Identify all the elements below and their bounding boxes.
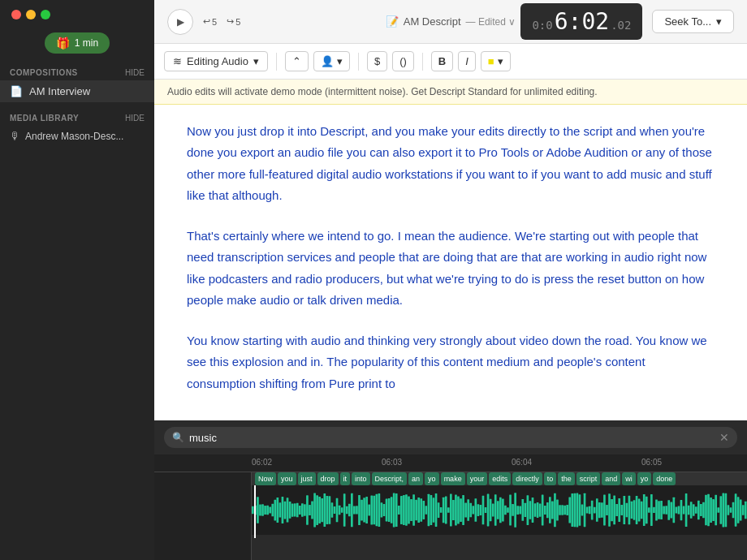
svg-rect-147	[613, 496, 615, 525]
svg-rect-85	[460, 498, 462, 522]
svg-rect-74	[433, 498, 435, 522]
dollar-icon: $	[374, 55, 380, 67]
search-clear-icon[interactable]: ✕	[719, 431, 729, 444]
svg-rect-114	[532, 498, 534, 523]
svg-rect-102	[502, 499, 504, 522]
paren-button[interactable]: ()	[392, 51, 414, 71]
svg-rect-86	[462, 495, 464, 525]
timeline-ruler: 06:02 06:03 06:04 06:05 06:06	[154, 454, 747, 472]
svg-rect-94	[482, 496, 485, 525]
media-hide[interactable]: HIDE	[125, 114, 145, 123]
ruler-marker-3: 06:04	[512, 458, 532, 467]
svg-rect-123	[554, 493, 556, 528]
svg-rect-20	[299, 506, 301, 515]
seek-chevron-icon: ▾	[716, 15, 722, 28]
svg-rect-99	[494, 494, 497, 525]
svg-rect-175	[683, 506, 685, 515]
word-track: NowyoujustdropitintoDescript,anyomakeyou…	[252, 472, 747, 485]
svg-rect-110	[521, 499, 524, 521]
seek-label: Seek To...	[664, 15, 711, 28]
svg-rect-172	[676, 506, 678, 513]
svg-rect-51	[376, 494, 378, 527]
dollar-button[interactable]: $	[367, 51, 387, 71]
svg-rect-91	[475, 498, 477, 522]
svg-rect-187	[712, 499, 715, 521]
svg-rect-149	[618, 498, 620, 522]
toolbar: ≋ Editing Audio ▾ ⌃ 👤 ▾ $ () B I ■ ▾	[154, 44, 747, 80]
search-icon: 🔍	[172, 432, 184, 443]
svg-rect-124	[556, 500, 559, 521]
play-button[interactable]: ▶	[167, 9, 193, 35]
edited-badge: — Edited ∨	[466, 16, 516, 28]
app-title-area: 📝 AM Descript — Edited ∨	[386, 15, 516, 28]
svg-rect-145	[608, 493, 611, 526]
svg-rect-79	[445, 496, 447, 523]
seek-button[interactable]: Seek To... ▾	[652, 10, 734, 33]
svg-rect-179	[693, 504, 695, 516]
svg-rect-52	[378, 493, 381, 527]
search-bar: 🔍 ✕	[154, 420, 747, 454]
highlight-button[interactable]: ■ ▾	[481, 51, 511, 71]
svg-rect-180	[695, 506, 697, 514]
composition-item[interactable]: 📄 AM Interview	[0, 80, 154, 102]
svg-rect-182	[700, 504, 702, 516]
svg-rect-96	[487, 494, 490, 527]
skip-forward-label: 5	[235, 17, 240, 27]
svg-rect-138	[591, 501, 594, 520]
topbar: ▶ ↩ 5 ↪ 5 📝 AM Descript — Edited ∨ 0:0 6…	[154, 0, 747, 44]
person-button[interactable]: 👤 ▾	[313, 51, 350, 71]
svg-rect-34	[334, 506, 336, 514]
svg-rect-7	[266, 506, 269, 515]
transcript-paragraph-1: Now you just drop it into Descript, and …	[187, 121, 715, 206]
svg-rect-62	[403, 495, 405, 525]
app-title-text: AM Descript	[404, 15, 461, 28]
svg-rect-72	[428, 494, 430, 526]
media-item[interactable]: 🎙 Andrew Mason-Desc...	[0, 126, 154, 146]
bookmark-button[interactable]: ⌃	[285, 51, 309, 71]
svg-rect-58	[393, 493, 395, 527]
svg-rect-191	[723, 493, 725, 528]
editing-audio-button[interactable]: ≋ Editing Audio ▾	[164, 51, 268, 71]
svg-rect-163	[653, 507, 655, 513]
svg-rect-69	[420, 498, 422, 522]
playhead	[254, 485, 256, 538]
skip-forward-button[interactable]: ↪ 5	[227, 16, 240, 27]
svg-rect-161	[648, 507, 650, 512]
svg-rect-122	[551, 502, 554, 519]
svg-rect-48	[368, 505, 370, 516]
bold-button[interactable]: B	[431, 51, 453, 71]
topbar-right: 0:0 6:02 .02 Seek To... ▾	[520, 3, 734, 40]
word-chip: directly	[512, 472, 542, 485]
svg-rect-136	[586, 506, 589, 513]
svg-rect-19	[296, 503, 299, 518]
traffic-light-green[interactable]	[41, 10, 50, 19]
svg-rect-17	[291, 503, 294, 516]
svg-rect-117	[539, 503, 542, 516]
skip-forward-icon: ↪	[227, 16, 234, 27]
italic-button[interactable]: I	[458, 51, 476, 71]
skip-back-button[interactable]: ↩ 5	[203, 16, 217, 27]
svg-rect-71	[425, 506, 428, 515]
svg-rect-8	[269, 507, 271, 514]
track-content: NowyoujustdropitintoDescript,anyomakeyou…	[252, 472, 747, 538]
notice-text: Audio edits will activate demo mode (int…	[167, 86, 598, 97]
svg-rect-103	[504, 506, 507, 515]
svg-rect-125	[559, 505, 561, 515]
svg-rect-57	[391, 497, 393, 523]
traffic-light-red[interactable]	[11, 10, 21, 19]
search-input[interactable]	[189, 432, 715, 444]
svg-rect-98	[492, 503, 494, 516]
svg-rect-153	[628, 496, 631, 525]
gift-badge[interactable]: 🎁 1 min	[45, 32, 110, 54]
traffic-light-yellow[interactable]	[26, 10, 36, 19]
word-chip: yo	[637, 472, 652, 485]
app-title-icon: 📝	[386, 15, 399, 28]
svg-rect-144	[606, 505, 608, 515]
svg-rect-11	[277, 498, 279, 523]
compositions-hide[interactable]: HIDE	[125, 68, 145, 77]
svg-rect-167	[663, 506, 665, 515]
svg-rect-22	[304, 504, 306, 515]
word-chip: wi	[622, 472, 636, 485]
editor[interactable]: Now you just drop it into Descript, and …	[154, 105, 747, 420]
svg-rect-127	[563, 506, 566, 515]
